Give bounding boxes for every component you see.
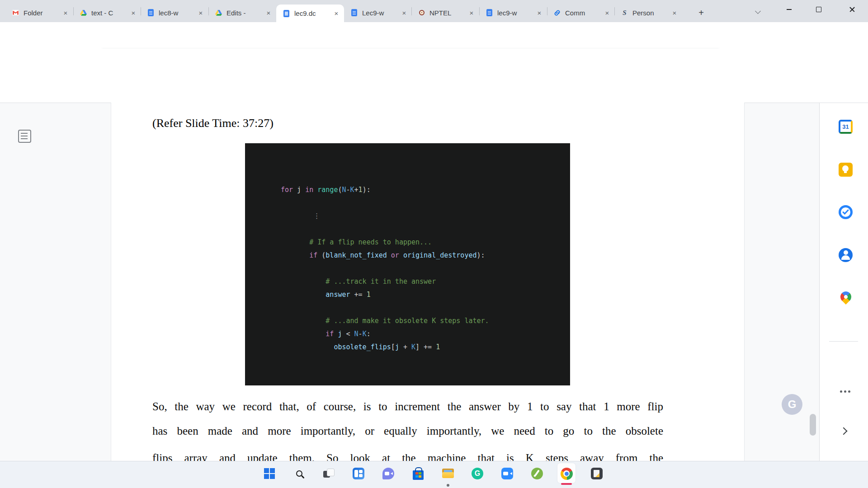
google-calendar-icon[interactable]: 31	[839, 120, 853, 134]
taskbar-search-icon[interactable]	[293, 467, 306, 480]
google-docs-icon	[147, 9, 155, 17]
google-keep-icon[interactable]	[839, 163, 853, 177]
microsoft-store-icon[interactable]	[412, 467, 425, 480]
task-view-icon[interactable]	[322, 467, 335, 480]
tab-search-chevron-icon[interactable]	[756, 9, 760, 14]
tab-title: lec9-w	[497, 9, 535, 17]
docs-header: lec9 .DOC ☆ File Edit View Tools Help Re…	[0, 48, 868, 103]
s-curve-icon: S	[621, 9, 628, 17]
tab-close-icon[interactable]: ×	[467, 9, 476, 17]
google-docs-icon	[486, 9, 493, 17]
tab-title: lec8-w	[159, 9, 197, 17]
gmail-icon	[12, 9, 19, 17]
tab-nptel[interactable]: NPTEL ×	[411, 5, 479, 21]
start-button[interactable]	[263, 467, 276, 480]
google-tasks-icon[interactable]	[839, 205, 853, 219]
paragraph-line-2: has been made and more importantly, or e…	[152, 425, 663, 437]
tab-close-icon[interactable]: ×	[603, 9, 611, 17]
window-close-button[interactable]	[842, 0, 863, 19]
tab-title: Edits -	[226, 9, 264, 17]
windows-taskbar	[0, 461, 868, 488]
screen: Folder × text - C × lec8-w × Edits - × l…	[0, 0, 868, 488]
tab-close-icon[interactable]: ×	[535, 9, 543, 17]
tab-person[interactable]: S Person ×	[614, 5, 682, 21]
code-slide-image: for j in range(N-K+1): ⋮ # If a flip nee…	[245, 143, 570, 385]
tab-title: text - C	[91, 9, 129, 17]
side-panel-divider	[829, 341, 858, 342]
tab-lec9-active[interactable]: lec9.dc ×	[276, 5, 344, 22]
google-docs-icon	[283, 9, 290, 17]
widgets-icon[interactable]	[352, 467, 365, 480]
tab-comm[interactable]: Comm ×	[547, 5, 615, 21]
browser-tab-strip: Folder × text - C × lec8-w × Edits - × l…	[0, 0, 868, 22]
tab-close-icon[interactable]: ×	[332, 9, 340, 18]
google-drive-icon	[215, 9, 222, 17]
side-panel-expand-chevron-icon[interactable]	[841, 428, 846, 434]
document-outline-icon[interactable]	[18, 130, 31, 143]
tab-lec8[interactable]: lec8-w ×	[141, 5, 208, 21]
side-panel-more-icon[interactable]	[840, 390, 842, 393]
tab-edits-drive[interactable]: Edits - ×	[208, 5, 276, 21]
code-block: for j in range(N-K+1): ⋮ # If a flip nee…	[281, 183, 489, 354]
tab-close-icon[interactable]: ×	[197, 9, 205, 17]
google-docs-icon	[350, 9, 358, 17]
tab-title: Comm	[565, 9, 603, 17]
window-maximize-button[interactable]	[808, 0, 829, 19]
refer-slide-time-text: (Refer Slide Time: 37:27)	[152, 117, 274, 130]
zoom-app-icon[interactable]	[501, 467, 514, 480]
paragraph-line-1: So, the way we record that, of course, i…	[152, 400, 663, 413]
tab-close-icon[interactable]: ×	[129, 9, 137, 17]
tab-text-drive[interactable]: text - C ×	[73, 5, 141, 21]
file-explorer-icon[interactable]	[442, 467, 454, 480]
document-scrollbar-thumb[interactable]	[810, 414, 816, 436]
google-drive-icon	[80, 9, 87, 17]
tab-lec9-w[interactable]: Lec9-w ×	[344, 5, 412, 21]
teams-chat-icon[interactable]	[382, 467, 395, 480]
explorer-running-indicator	[447, 484, 449, 487]
google-contacts-icon[interactable]	[839, 248, 853, 262]
tab-close-icon[interactable]: ×	[61, 9, 70, 17]
grammarly-floating-badge[interactable]: G	[782, 394, 802, 415]
browser-toolbar: ← → docs.google.com/document/d/1TzJ284Xk…	[0, 22, 868, 48]
link-icon	[553, 9, 561, 17]
workspace-side-panel	[819, 103, 868, 461]
tab-close-icon[interactable]: ×	[670, 9, 679, 17]
nptel-logo-icon	[418, 9, 425, 17]
tab-title: Person	[632, 9, 670, 17]
tab-close-icon[interactable]: ×	[400, 9, 408, 17]
window-minimize-button[interactable]	[778, 0, 799, 19]
tab-title: Lec9-w	[362, 9, 400, 17]
green-notes-app-icon[interactable]	[531, 467, 543, 480]
tab-folder[interactable]: Folder ×	[5, 5, 73, 21]
chrome-active-indicator	[561, 483, 572, 485]
chrome-icon[interactable]	[560, 467, 573, 480]
dark-notes-app-icon[interactable]	[590, 467, 603, 480]
tab-title: lec9.dc	[294, 9, 332, 17]
tab-title: Folder	[24, 9, 61, 17]
grammarly-app-icon[interactable]: G	[471, 467, 484, 480]
tab-close-icon[interactable]: ×	[264, 9, 273, 17]
tab-lec9-w2[interactable]: lec9-w ×	[479, 5, 547, 21]
tab-title: NPTEL	[429, 9, 467, 17]
new-tab-button[interactable]: +	[695, 6, 708, 19]
